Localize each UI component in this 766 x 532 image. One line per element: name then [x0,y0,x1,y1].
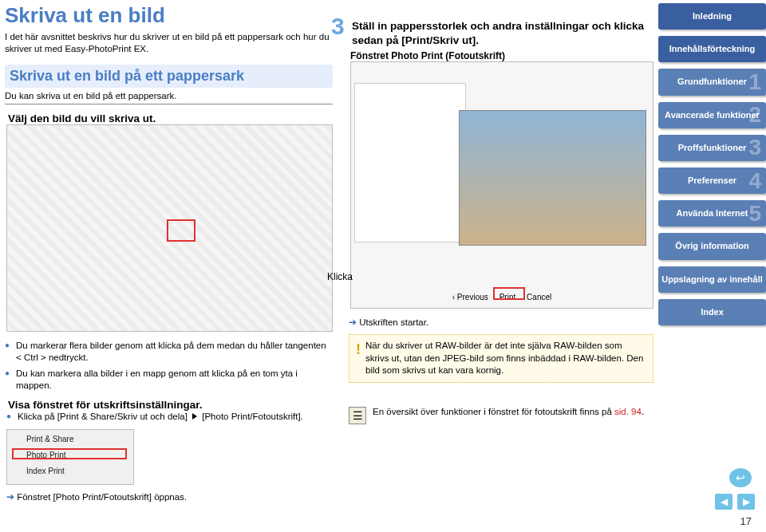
sidebar-number-icon: 5 [748,200,761,227]
sidebar-item-ovrig[interactable]: Övrig information [658,233,766,259]
page-title: Skriva ut en bild [5,3,333,28]
screenshot-print-menu: Print & Share Photo Print Index Print [6,429,134,485]
sidebar-number-icon: 1 [748,69,761,96]
step-2-pre: Klicka på [Print & Share/Skriv ut och de… [18,412,190,421]
section-subtitle: Skriva ut en bild på ett pappersark [5,65,333,88]
tip-text: En översikt över funktioner i fönstret f… [373,407,644,416]
tips-list: Du markerar flera bilder genom att klick… [5,340,333,392]
sidebar-item-uppslagning[interactable]: Uppslagning av innehåll [658,266,766,293]
sidebar-item-label: Avancerade funktioner [665,110,760,120]
sidebar-item-toc[interactable]: Innehållsförteckning [658,36,766,62]
sidebar-item-proffs[interactable]: Proffsfunktioner3 [658,135,766,161]
dialog-left-panel [354,83,466,242]
warning-icon: ! [356,340,361,377]
dialog-preview-photo [459,110,646,246]
highlight-box [493,287,525,300]
step-3-heading: Ställ in pappersstorlek och andra instäl… [352,19,653,47]
tip-pre: En översikt över funktioner i fönstret f… [373,407,614,416]
sidebar-number-icon: 3 [748,135,761,162]
intro-text: I det här avsnittet beskrivs hur du skri… [5,31,333,55]
step-2-post: [Photo Print/Fotoutskrift]. [199,412,303,421]
tip-select-all: Du kan markera alla bilder i en mapp gen… [5,368,333,392]
sidebar-nav: Inledning Innehållsförteckning Grundfunk… [658,0,766,510]
step-2-number: 2 [0,392,1,420]
return-button[interactable]: ↩ [729,468,752,487]
page-number: 17 [740,515,752,527]
highlight-box [12,448,127,459]
page-nav: ◀ ▶ [715,494,755,510]
tip-row: ☰ En översikt över funktioner i fönstret… [349,407,653,424]
sidebar-item-grund[interactable]: Grundfunktioner1 [658,69,766,95]
screenshot-print-dialog: ‹ Previous Print Cancel [350,61,653,309]
step-3-caption: Fönstret Photo Print (Fotoutskrift) [350,50,653,61]
section-intro: Du kan skriva ut en bild på ett pappersa… [5,91,333,104]
screenshot-browser [6,124,333,332]
sidebar-item-preferenser[interactable]: Preferenser4 [658,167,766,194]
sidebar-number-icon: 4 [748,167,761,195]
warning-text: När du skriver ut RAW-bilder är det inte… [365,340,646,377]
sidebar-item-label: Använda Internet [677,208,748,218]
sidebar-item-avancerade[interactable]: Avancerade funktioner2 [658,102,766,128]
sidebar-item-label: Grundfunktioner [677,77,747,86]
menu-print-share: Print & Share [26,435,73,443]
triangle-icon [192,413,197,420]
step-1: 1 Välj den bild du vill skriva ut. [5,112,333,332]
page-link-94[interactable]: sid. 94 [614,407,642,416]
sidebar-item-label: Proffsfunktioner [678,143,747,152]
sidebar-item-label: Preferenser [688,175,736,185]
step-1-heading: Välj den bild du vill skriva ut. [8,112,333,124]
step-2-heading: Visa fönstret för utskriftsinställningar… [8,399,333,411]
highlight-box [167,219,195,242]
open-note: Fönstret [Photo Print/Fotoutskrift] öppn… [6,491,333,502]
tip-ctrl-select: Du markerar flera bilder genom att klick… [5,340,333,365]
sidebar-item-inledning[interactable]: Inledning [658,3,766,30]
next-page-button[interactable]: ▶ [737,494,755,510]
sidebar-item-internet[interactable]: Använda Internet5 [658,200,766,227]
klicka-label: Klicka [327,271,353,282]
print-starts-note: Utskriften startar. [349,317,653,328]
prev-page-button[interactable]: ◀ [715,494,732,510]
warning-box: ! När du skriver ut RAW-bilder är det in… [349,334,653,383]
step-2: 2 Visa fönstret för utskriftsinställning… [5,399,333,503]
step-3-number: 3 [331,13,345,40]
step-3: 3 Ställ in pappersstorlek och andra inst… [349,19,653,309]
tip-post: . [642,407,644,416]
sidebar-number-icon: 2 [748,101,761,128]
step-2-instruction: Klicka på [Print & Share/Skriv ut och de… [6,411,333,424]
step-1-number: 1 [0,106,1,133]
menu-index-print: Index Print [26,467,65,475]
tip-icon: ☰ [349,407,366,424]
sidebar-item-index[interactable]: Index [658,299,766,325]
